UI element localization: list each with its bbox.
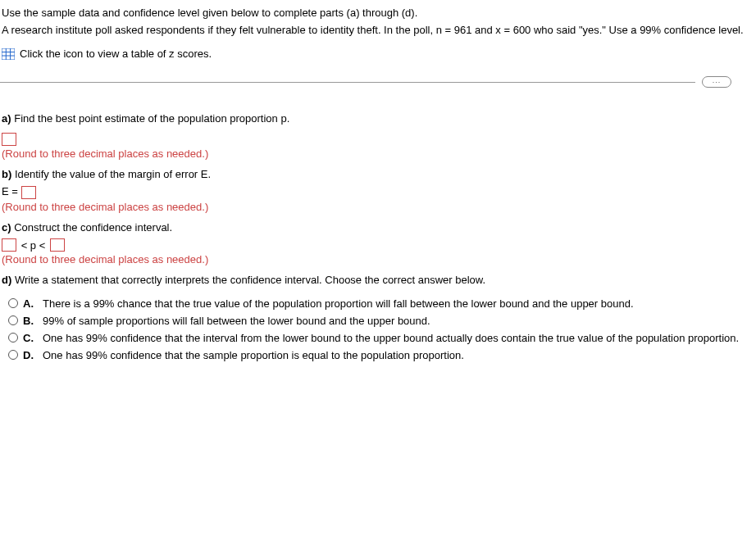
option-d-label: D. [23,349,36,361]
part-c-label: c) [2,221,11,234]
part-c-text: Construct the confidence interval. [14,221,172,234]
part-a-label: a) [2,112,11,125]
divider-line [0,82,695,83]
part-a-text: Find the best point estimate of the popu… [14,112,289,125]
option-b[interactable]: B. 99% of sample proportions will fall b… [8,315,756,327]
part-b-equation-prefix: E = [2,185,18,197]
z-score-table-link[interactable]: Click the icon to view a table of z scor… [0,48,756,60]
z-score-link-text: Click the icon to view a table of z scor… [20,48,212,60]
part-c-hint: (Round to three decimal places as needed… [0,253,756,265]
part-a: a) Find the best point estimate of the p… [0,112,756,125]
option-b-text: 99% of sample proportions will fall betw… [43,315,756,327]
option-a-label: A. [23,297,36,310]
part-b: b) Identify the value of the margin of e… [0,168,756,180]
part-c-lower-input[interactable] [2,238,16,252]
radio-a[interactable] [8,298,18,308]
radio-b[interactable] [8,315,18,325]
option-c-label: C. [23,332,36,344]
divider: ··· [0,76,756,88]
part-b-text: Identify the value of the margin of erro… [15,168,211,180]
part-a-hint: (Round to three decimal places as needed… [0,147,756,160]
option-c[interactable]: C. One has 99% confidence that the inter… [8,332,756,344]
intro-line-2: A research institute poll asked responde… [0,24,756,36]
radio-c[interactable] [8,333,18,343]
part-c-inequality: < p < [21,239,46,252]
part-c: c) Construct the confidence interval. [0,221,756,234]
radio-d[interactable] [8,350,18,360]
option-d-text: One has 99% confidence that the sample p… [43,349,756,361]
option-c-text: One has 99% confidence that the interval… [43,332,756,344]
part-a-input[interactable] [2,133,16,146]
part-d-options: A. There is a 99% chance that the true v… [0,297,756,361]
option-a[interactable]: A. There is a 99% chance that the true v… [8,297,756,310]
part-c-upper-input[interactable] [50,238,65,252]
option-b-label: B. [23,315,36,327]
intro-line-1: Use the sample data and confidence level… [0,7,756,19]
option-a-text: There is a 99% chance that the true valu… [43,297,756,310]
part-b-label: b) [2,168,11,180]
part-d: d) Write a statement that correctly inte… [0,274,756,286]
part-d-text: Write a statement that correctly interpr… [15,274,485,286]
part-b-input[interactable] [21,186,36,199]
table-icon [2,48,15,60]
option-d[interactable]: D. One has 99% confidence that the sampl… [8,349,756,361]
svg-rect-0 [2,48,15,60]
part-b-hint: (Round to three decimal places as needed… [0,201,756,213]
more-button[interactable]: ··· [702,76,731,88]
part-d-label: d) [2,274,11,286]
